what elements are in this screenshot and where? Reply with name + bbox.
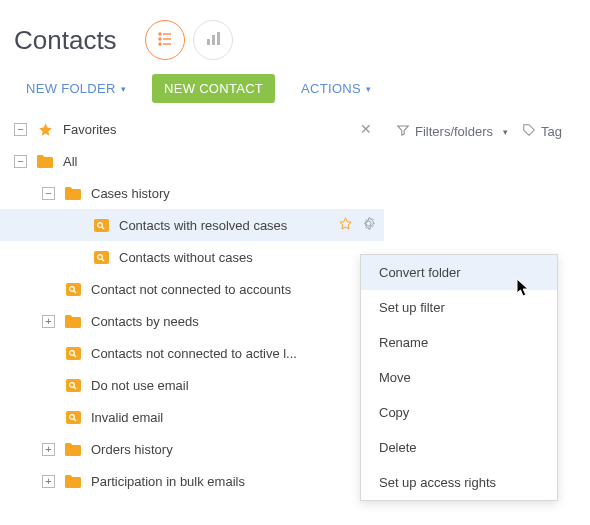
expand-toggle[interactable]: +	[42, 443, 55, 456]
tree-row-all[interactable]: − All	[0, 145, 384, 177]
tag-label: Tag	[541, 124, 562, 139]
tree-label: All	[63, 154, 77, 169]
new-contact-label: NEW CONTACT	[164, 81, 263, 96]
folder-icon	[65, 314, 81, 328]
bar-chart-icon	[205, 31, 221, 50]
star-outline-icon[interactable]	[338, 216, 353, 234]
svg-point-0	[159, 33, 161, 35]
filter-folder-icon	[65, 410, 81, 424]
tag-button[interactable]: Tag	[522, 123, 562, 140]
actions-label: ACTIONS	[301, 81, 361, 96]
tree-row-by-needs[interactable]: + Contacts by needs	[0, 305, 384, 337]
tree-label: Contacts not connected to active l...	[91, 346, 297, 361]
caret-down-icon: ▾	[366, 84, 371, 94]
filters-folders-button[interactable]: Filters/folders ▾	[396, 123, 508, 140]
expand-toggle[interactable]: +	[42, 475, 55, 488]
close-icon[interactable]: ✕	[356, 121, 376, 137]
menu-move[interactable]: Move	[361, 360, 557, 395]
tree-row-bulk[interactable]: + Participation in bulk emails	[0, 465, 384, 497]
menu-delete[interactable]: Delete	[361, 430, 557, 465]
svg-rect-21	[66, 379, 81, 392]
new-folder-button[interactable]: NEW FOLDER ▾	[14, 74, 138, 103]
menu-convert-folder[interactable]: Convert folder	[361, 255, 557, 290]
tree-row-without[interactable]: Contacts without cases	[0, 241, 384, 273]
page-title: Contacts	[14, 25, 117, 56]
filter-folder-icon	[65, 282, 81, 296]
filter-folder-icon	[65, 378, 81, 392]
folder-icon	[65, 442, 81, 456]
gear-icon[interactable]	[361, 216, 376, 234]
tree-label: Contacts without cases	[119, 250, 253, 265]
tree-label: Participation in bulk emails	[91, 474, 245, 489]
svg-rect-6	[207, 39, 210, 45]
tree-row-not-active[interactable]: Contacts not connected to active l...	[0, 337, 384, 369]
tree-label: Contact not connected to accounts	[91, 282, 291, 297]
collapse-toggle[interactable]: −	[14, 155, 27, 168]
tree-row-no-email[interactable]: Do not use email	[0, 369, 384, 401]
tree-row-favorites[interactable]: − Favorites ✕	[0, 113, 384, 145]
list-view-button[interactable]	[145, 20, 185, 60]
collapse-toggle[interactable]: −	[14, 123, 27, 136]
tag-icon	[522, 123, 536, 140]
folder-tree: − Favorites ✕ − All − Cases history Cont…	[0, 113, 384, 497]
tree-label: Cases history	[91, 186, 170, 201]
tree-label: Orders history	[91, 442, 173, 457]
svg-rect-7	[212, 35, 215, 45]
caret-down-icon: ▾	[121, 84, 126, 94]
svg-rect-24	[66, 411, 81, 424]
list-icon	[156, 30, 174, 51]
menu-setup-filter[interactable]: Set up filter	[361, 290, 557, 325]
svg-rect-8	[217, 32, 220, 45]
caret-down-icon: ▾	[503, 127, 508, 137]
filter-icon	[396, 123, 410, 140]
tree-label: Invalid email	[91, 410, 163, 425]
folder-icon	[65, 186, 81, 200]
svg-rect-15	[66, 283, 81, 296]
filter-folder-icon	[93, 250, 109, 264]
tree-row-orders[interactable]: + Orders history	[0, 433, 384, 465]
tree-label: Do not use email	[91, 378, 189, 393]
tree-row-not-connected[interactable]: Contact not connected to accounts	[0, 273, 384, 305]
analytics-view-button[interactable]	[193, 20, 233, 60]
svg-point-4	[159, 43, 161, 45]
new-folder-label: NEW FOLDER	[26, 81, 116, 96]
svg-rect-12	[94, 251, 109, 264]
tree-row-cases-history[interactable]: − Cases history	[0, 177, 384, 209]
expand-toggle[interactable]: +	[42, 315, 55, 328]
context-menu: Convert folder Set up filter Rename Move…	[360, 254, 558, 501]
filters-label: Filters/folders	[415, 124, 493, 139]
tree-row-resolved[interactable]: Contacts with resolved cases	[0, 209, 384, 241]
tree-label: Contacts with resolved cases	[119, 218, 287, 233]
folder-icon	[37, 154, 53, 168]
filter-folder-icon	[93, 218, 109, 232]
collapse-toggle[interactable]: −	[42, 187, 55, 200]
filter-folder-icon	[65, 346, 81, 360]
menu-access-rights[interactable]: Set up access rights	[361, 465, 557, 500]
svg-rect-9	[94, 219, 109, 232]
tree-row-invalid[interactable]: Invalid email	[0, 401, 384, 433]
new-contact-button[interactable]: NEW CONTACT	[152, 74, 275, 103]
star-icon	[37, 122, 53, 136]
tree-label: Contacts by needs	[91, 314, 199, 329]
menu-copy[interactable]: Copy	[361, 395, 557, 430]
tree-label: Favorites	[63, 122, 116, 137]
menu-rename[interactable]: Rename	[361, 325, 557, 360]
svg-rect-18	[66, 347, 81, 360]
svg-point-2	[159, 38, 161, 40]
folder-icon	[65, 474, 81, 488]
actions-button[interactable]: ACTIONS ▾	[289, 74, 383, 103]
